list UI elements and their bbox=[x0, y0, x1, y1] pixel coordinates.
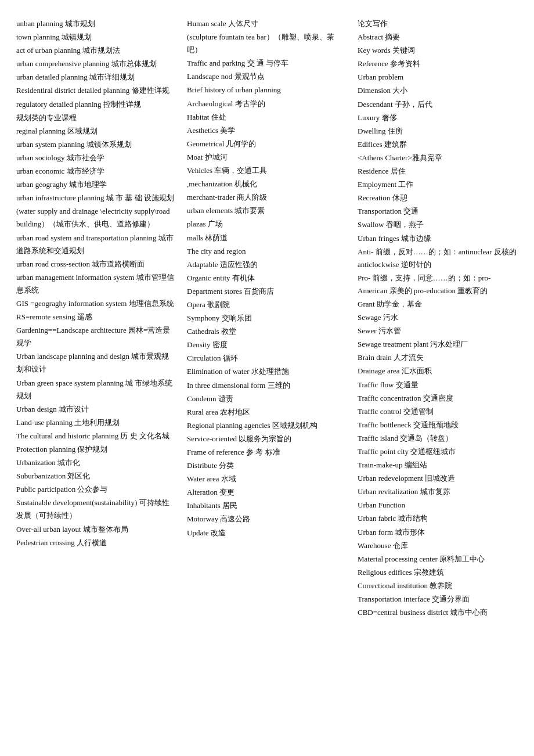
list-item: In three dimensional form 三维的 bbox=[187, 379, 347, 392]
list-item: Opera 歌剧院 bbox=[187, 298, 347, 311]
list-item: CBD=central business district 城市中心商 bbox=[358, 606, 518, 619]
list-item: Protection planning 保护规划 bbox=[16, 443, 176, 456]
list-item: Condemn 谴责 bbox=[187, 393, 347, 405]
list-item: Service-oriented 以服务为宗旨的 bbox=[187, 433, 347, 445]
list-item: urban road cross-section 城市道路横断面 bbox=[16, 258, 176, 271]
list-item: Update 改造 bbox=[187, 527, 347, 539]
list-item: Residentiral district detailed planning … bbox=[16, 84, 176, 97]
list-item: Traffic bottleneck 交通瓶颈地段 bbox=[358, 419, 518, 431]
list-item: Drainage area 汇水面积 bbox=[358, 365, 518, 377]
list-item: Edifices 建筑群 bbox=[358, 138, 518, 151]
list-item: Brain drain 人才流失 bbox=[358, 351, 518, 364]
list-item: Traffic and parking 交 通 与停车 bbox=[187, 57, 347, 70]
list-item: Correctional institution 教养院 bbox=[358, 579, 518, 592]
list-item: Dimension 大小 bbox=[358, 84, 518, 97]
list-item: Urban redevelopment 旧城改造 bbox=[358, 472, 518, 485]
list-item: Motorway 高速公路 bbox=[187, 513, 347, 525]
list-item: Inhabitants 居民 bbox=[187, 499, 347, 512]
list-item: Reference 参考资料 bbox=[358, 57, 518, 70]
list-item: Public participation 公众参与 bbox=[16, 483, 176, 496]
column-2: Human scale 人体尺寸 (sculpture fountain tea… bbox=[187, 17, 358, 540]
list-item: Employment 工作 bbox=[358, 178, 518, 191]
list-item: Sewer 污水管 bbox=[358, 325, 518, 337]
list-item: Regional planning agencies 区域规划机构 bbox=[187, 419, 347, 432]
list-item: Abstract 摘要 bbox=[358, 31, 518, 44]
list-item: Traffic flow 交通量 bbox=[358, 379, 518, 391]
list-item: Sewage treatment plant 污水处理厂 bbox=[358, 338, 518, 351]
list-item: urban system planning 城镇体系规划 bbox=[16, 138, 176, 151]
list-item: Urban fringes 城市边缘 bbox=[358, 232, 518, 245]
list-item: Rural area 农村地区 bbox=[187, 406, 347, 419]
list-item: Sewage 污水 bbox=[358, 311, 518, 324]
list-item: (water supply and drainage \electricity … bbox=[16, 205, 176, 231]
list-item: Dwelling 住所 bbox=[358, 125, 518, 138]
list-item: Department stores 百货商店 bbox=[187, 285, 347, 298]
list-item: unban planning 城市规划 bbox=[16, 17, 176, 30]
list-item: Vehicles 车辆，交通工具 bbox=[187, 164, 347, 177]
list-item: Sustainable development(sustainability) … bbox=[16, 496, 176, 522]
list-item: urban economic 城市经济学 bbox=[16, 165, 176, 178]
list-item: RS=remote sensing 遥感 bbox=[16, 311, 176, 323]
list-item: 规划类的专业课程 bbox=[16, 111, 176, 124]
list-item: Recreation 休憩 bbox=[358, 192, 518, 204]
list-item: Circulation 循环 bbox=[187, 352, 347, 365]
list-item: Landscape nod 景观节点 bbox=[187, 70, 347, 83]
list-item: Urban landscape planning and design 城市景观… bbox=[16, 350, 176, 376]
list-item: malls 林荫道 bbox=[187, 232, 347, 244]
list-item: Adaptable 适应性强的 bbox=[187, 258, 347, 271]
list-item: Luxury 奢侈 bbox=[358, 111, 518, 124]
list-item: Anti- 前缀，反对……的；如：antinuclear 反核的 anticlo… bbox=[358, 246, 518, 271]
list-item: 论文写作 bbox=[358, 17, 518, 30]
list-item: Alteration 变更 bbox=[187, 486, 347, 499]
list-item: The cultural and historic planning 历 史 文… bbox=[16, 430, 176, 442]
list-item: Residence 居住 bbox=[358, 165, 518, 178]
list-item: Density 密度 bbox=[187, 339, 347, 351]
list-item: Land-use planning 土地利用规划 bbox=[16, 416, 176, 429]
list-item: Pro- 前缀，支持，同意……的；如：pro-American 亲美的 pro-… bbox=[358, 272, 518, 297]
list-item: Urban Function bbox=[358, 499, 518, 512]
list-item: Urban green space system planning 城 市绿地系… bbox=[16, 377, 176, 402]
list-item: Traffic control 交通管制 bbox=[358, 405, 518, 418]
list-item: Habitat 住处 bbox=[187, 111, 347, 124]
list-item: Water area 水域 bbox=[187, 473, 347, 485]
list-item: urban sociology 城市社会学 bbox=[16, 152, 176, 164]
list-item: Warehouse 仓库 bbox=[358, 539, 518, 552]
list-item: Material processing center 原料加工中心 bbox=[358, 553, 518, 566]
list-item: Cathedrals 教堂 bbox=[187, 325, 347, 338]
list-item: Urban form 城市形体 bbox=[358, 526, 518, 539]
list-item: urban comprehensive planning 城市总体规划 bbox=[16, 57, 176, 70]
list-item: Transportation 交通 bbox=[358, 205, 518, 218]
list-item: Traffic concentration 交通密度 bbox=[358, 392, 518, 405]
list-item: Suburbanization 郊区化 bbox=[16, 470, 176, 483]
list-item: Traffic island 交通岛（转盘） bbox=[358, 432, 518, 445]
list-item: Frame of reference 参 考 标准 bbox=[187, 446, 347, 459]
list-item: urban infrastructure planning 城 市 基 础 设施… bbox=[16, 192, 176, 204]
list-item: Pedestrian crossing 人行横道 bbox=[16, 537, 176, 549]
list-item: Geometrical 几何学的 bbox=[187, 138, 347, 150]
list-item: Transportation interface 交通分界面 bbox=[358, 593, 518, 606]
list-item: urban geograghy 城市地理学 bbox=[16, 178, 176, 191]
list-item: Train-make-up 编组站 bbox=[358, 459, 518, 471]
list-item: Key words 关键词 bbox=[358, 44, 518, 57]
list-item: Descendant 子孙，后代 bbox=[358, 98, 518, 111]
list-item: urban road system and transportation pla… bbox=[16, 232, 176, 257]
list-item: act of urban planning 城市规划法 bbox=[16, 44, 176, 57]
list-item: Grant 助学金，基金 bbox=[358, 298, 518, 311]
list-item: Swallow 吞咽，燕子 bbox=[358, 218, 518, 231]
list-item: urban elements 城市要素 bbox=[187, 204, 347, 217]
list-item: Urban problem bbox=[358, 71, 518, 84]
list-item: Moat 护城河 bbox=[187, 151, 347, 164]
list-item: urban detailed planning 城市详细规划 bbox=[16, 71, 176, 84]
list-item: Religious edifices 宗教建筑 bbox=[358, 566, 518, 579]
list-item: Brief history of urban planning bbox=[187, 84, 347, 96]
list-item: Urban fabric 城市结构 bbox=[358, 512, 518, 525]
list-item: Over-all urban layout 城市整体布局 bbox=[16, 523, 176, 536]
column-3: 论文写作Abstract 摘要Key words 关键词Reference 参考… bbox=[358, 17, 518, 620]
list-item: Urbanization 城市化 bbox=[16, 456, 176, 469]
list-item: Organic entity 有机体 bbox=[187, 272, 347, 285]
main-columns: unban planning 城市规划town planning 城镇规划act… bbox=[16, 17, 518, 620]
list-item: ,mechanization 机械化 bbox=[187, 178, 347, 190]
list-item: Urban design 城市设计 bbox=[16, 403, 176, 416]
list-item: Elimination of water 水处理措施 bbox=[187, 365, 347, 378]
list-item: Traffic point city 交通枢纽城市 bbox=[358, 445, 518, 458]
